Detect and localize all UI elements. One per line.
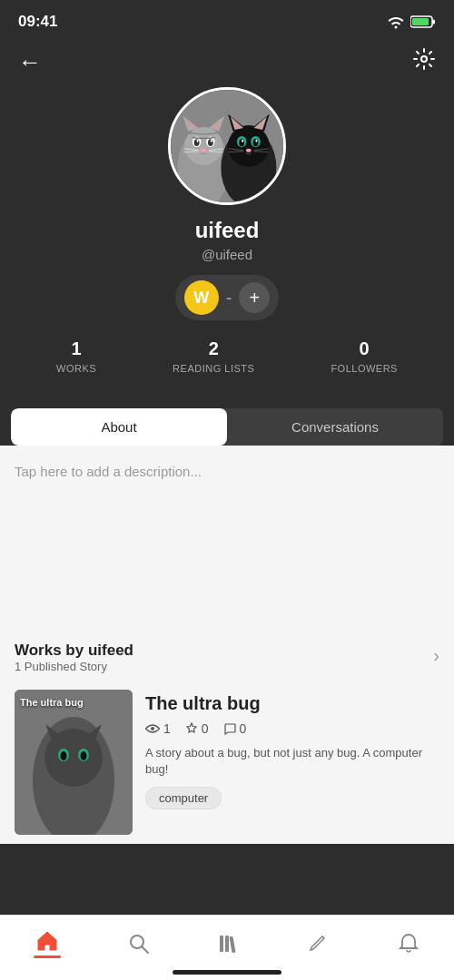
story-views: 1 (145, 721, 171, 736)
home-indicator (173, 970, 281, 975)
svg-point-17 (201, 149, 206, 152)
nav-write[interactable] (289, 928, 349, 959)
story-thumb-label: The ultra bug (20, 697, 84, 708)
works-section: Works by uifeed 1 Published Story › The … (0, 627, 454, 844)
library-icon (217, 932, 241, 956)
search-icon (127, 932, 151, 956)
story-stars: 0 (185, 721, 209, 736)
status-time: 09:41 (18, 13, 57, 31)
story-thumbnail: The ultra bug (15, 690, 133, 835)
svg-point-13 (194, 139, 200, 146)
description-placeholder[interactable]: Tap here to add a description... (15, 464, 202, 479)
svg-line-50 (142, 946, 148, 953)
svg-point-32 (242, 140, 243, 142)
follow-row: W - + (175, 275, 280, 320)
works-subtitle: 1 Published Story (15, 660, 133, 673)
svg-rect-52 (225, 936, 229, 952)
story-tag[interactable]: computer (145, 787, 222, 809)
bell-icon (397, 932, 420, 956)
svg-point-47 (81, 751, 87, 760)
svg-rect-1 (432, 20, 435, 24)
svg-point-33 (255, 140, 257, 142)
svg-point-6 (184, 127, 222, 165)
svg-rect-2 (412, 18, 429, 25)
profile-tab-bar: About Conversations (11, 408, 443, 446)
tab-conversations[interactable]: Conversations (227, 408, 443, 446)
wattpad-coin: W (184, 280, 219, 315)
nav-library[interactable] (199, 928, 259, 959)
story-description: A story about a bug, but not just any bu… (145, 745, 439, 778)
svg-point-46 (61, 751, 67, 760)
svg-point-23 (228, 125, 270, 167)
nav-active-indicator (34, 956, 61, 958)
svg-point-31 (253, 139, 259, 147)
works-label: WORKS (56, 363, 96, 374)
profile-section: uifeed @uifeed W - + 1 WORKS 2 READING L… (0, 87, 454, 392)
svg-rect-51 (220, 936, 223, 952)
works-header-left: Works by uifeed 1 Published Story (15, 642, 133, 686)
story-info: The ultra bug 1 0 (145, 690, 439, 835)
user-handle: @uifeed (202, 247, 252, 262)
settings-button[interactable] (412, 47, 436, 76)
comment-icon (223, 722, 236, 735)
nav-search[interactable] (109, 928, 169, 959)
battery-icon (410, 15, 436, 29)
works-header: Works by uifeed 1 Published Story › (15, 642, 439, 686)
svg-point-34 (246, 149, 252, 152)
reading-lists-count: 2 (209, 338, 219, 359)
home-icon (35, 928, 59, 952)
story-title: The ultra bug (145, 693, 439, 714)
top-nav: ← (0, 40, 454, 87)
works-count: 1 (71, 338, 81, 359)
followers-label: FOLLOWERS (331, 363, 398, 374)
follow-plus-button[interactable]: + (239, 282, 270, 313)
story-card[interactable]: The ultra bug The ultra bug 1 0 (15, 690, 439, 844)
story-meta: 1 0 0 (145, 721, 439, 736)
eye-icon (145, 723, 160, 734)
svg-point-16 (211, 140, 212, 142)
tab-about[interactable]: About (11, 408, 227, 446)
followers-count: 0 (360, 338, 370, 359)
star-icon (185, 722, 198, 735)
nav-home[interactable] (15, 925, 79, 962)
back-button[interactable]: ← (18, 50, 42, 74)
status-bar: 09:41 (0, 0, 454, 40)
status-icons (387, 15, 436, 29)
followers-stat[interactable]: 0 FOLLOWERS (331, 338, 398, 374)
svg-rect-53 (229, 936, 235, 952)
works-stat[interactable]: 1 WORKS (56, 338, 96, 374)
svg-point-30 (239, 139, 244, 147)
svg-point-14 (208, 139, 213, 146)
wifi-icon (387, 15, 405, 29)
story-comments: 0 (223, 721, 247, 736)
nav-notifications[interactable] (379, 928, 439, 959)
svg-point-48 (151, 727, 154, 730)
stats-row: 1 WORKS 2 READING LISTS 0 FOLLOWERS (0, 338, 454, 374)
follow-dash: - (226, 288, 232, 309)
username: uifeed (195, 218, 260, 243)
works-title: Works by uifeed (15, 642, 133, 660)
svg-point-15 (197, 140, 199, 142)
reading-lists-label: READING LISTS (173, 363, 254, 374)
reading-lists-stat[interactable]: 2 READING LISTS (173, 338, 254, 374)
avatar (168, 87, 286, 205)
write-icon (307, 932, 331, 956)
chevron-right-icon[interactable]: › (433, 645, 439, 666)
svg-point-3 (421, 56, 427, 62)
about-section: Tap here to add a description... (0, 446, 454, 627)
